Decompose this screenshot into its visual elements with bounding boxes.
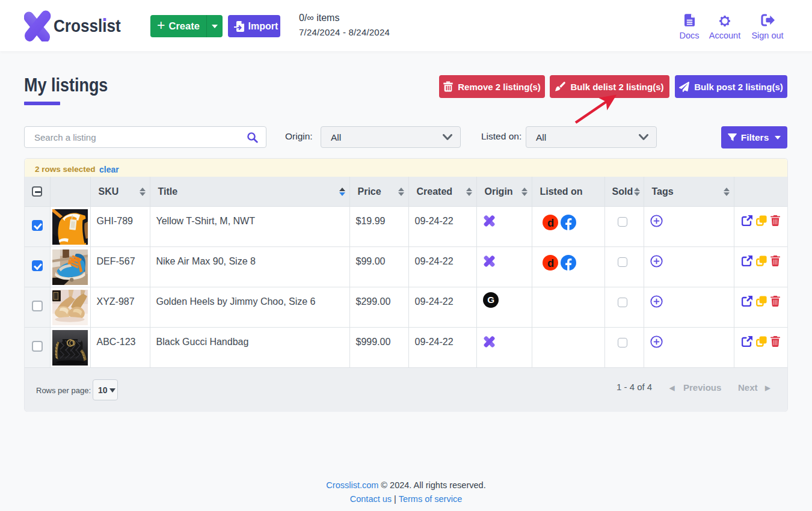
svg-text:G: G <box>487 295 494 305</box>
svg-text:d: d <box>547 257 553 269</box>
svg-text:d: d <box>547 216 553 229</box>
